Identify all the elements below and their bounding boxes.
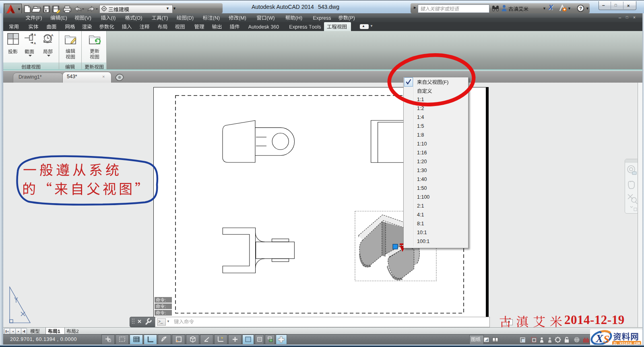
svg-text:S: S xyxy=(603,333,610,345)
svg-text:X: X xyxy=(595,332,604,345)
